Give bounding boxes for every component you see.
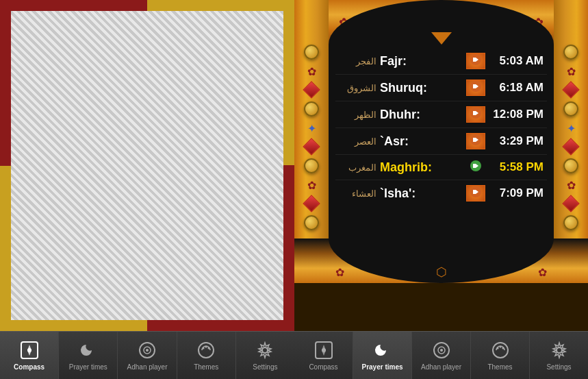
deg-10: 10 (157, 66, 163, 73)
prayer-row-isha[interactable]: العشاء `Isha': 7:09 PM (335, 180, 547, 206)
fajr-name: Fajr: (376, 54, 466, 69)
right-content-area: ✿ ❖ ✿ ✿ ✦ ✿ ✿ ✦ (294, 0, 588, 331)
settings-icon (256, 341, 274, 359)
fajr-sound-btn[interactable] (466, 53, 485, 69)
prayer-row-asr[interactable]: العصر `Asr: 3:29 PM (335, 128, 547, 155)
left-tab-compass-label: Compass (14, 363, 44, 371)
right-tab-adhan[interactable]: Adhan player (412, 332, 471, 379)
right-prayer-icon (372, 340, 393, 360)
ornament-star-1: ✦ (307, 122, 316, 135)
prayer-row-fajr[interactable]: الفجر Fajr: 5:03 AM (335, 48, 547, 75)
right-tab-themes-label: Themes (487, 363, 512, 371)
left-tab-themes-label: Themes (194, 363, 218, 371)
svg-point-13 (199, 343, 214, 358)
ornament-star-r1: ✦ (567, 122, 576, 135)
deg-300: 300 (66, 106, 75, 113)
moon-icon (79, 341, 97, 359)
settings-icon-right (550, 341, 568, 359)
sound-icon-fajr (470, 53, 482, 66)
svg-point-35 (440, 349, 443, 352)
ornament-r2 (563, 101, 578, 117)
left-tab-adhan[interactable]: Adhan player (118, 332, 177, 379)
themes-icon-right (491, 341, 509, 359)
shuruq-sound-btn[interactable] (466, 80, 485, 96)
ornament-flower-r1: ✿ (567, 65, 576, 78)
direction-ne: NE (119, 176, 132, 187)
right-tab-bar: Compass Prayer times Adhan player (294, 331, 588, 379)
right-panel: ✿ ❖ ✿ ✿ ✦ ✿ ✿ ✦ (294, 0, 588, 379)
svg-point-12 (146, 349, 149, 352)
adhan-icon-right (433, 341, 450, 359)
shuruq-name: Shuruq: (376, 81, 466, 95)
prayer-row-shuruq[interactable]: الشروق Shuruq: 6:18 AM (335, 75, 547, 101)
right-tab-settings-label: Settings (546, 363, 571, 371)
compass-rose: N S E W NE SE SW NW (102, 116, 192, 206)
ornament-2 (304, 101, 319, 117)
maghrib-sound-btn[interactable] (466, 160, 485, 175)
dhuhr-name: Dhuhr: (376, 108, 466, 122)
left-tab-compass[interactable]: Compass (0, 332, 59, 379)
svg-point-9 (27, 348, 31, 352)
sound-icon-asr (470, 134, 482, 146)
isha-time: 7:09 PM (485, 186, 544, 200)
compass-tab-icon (19, 340, 40, 360)
ornament-diamond-3 (303, 195, 320, 212)
bottom-ornate-row: ✿ ⬡ ✿ (329, 265, 554, 280)
dhuhr-arabic: الظهر (339, 110, 376, 120)
prayer-row-maghrib[interactable]: المغرب Maghrib: 5:58 PM (335, 155, 547, 180)
right-tab-compass-label: Compass (309, 363, 337, 371)
left-tab-settings-label: Settings (253, 363, 277, 371)
left-tab-bar: Compass Prayer times Adhan player (0, 331, 294, 379)
sound-icon-isha (470, 186, 482, 198)
shuruq-time: 6:18 AM (485, 81, 544, 95)
compass-inner-ring: N S E W NE SE SW NW (61, 75, 233, 247)
isha-name: `Isha': (376, 186, 466, 201)
right-settings-icon (549, 340, 570, 360)
top-ornate-border: ✿ ❖ ✿ (294, 0, 588, 45)
ornament-flower-r2: ✿ (567, 179, 576, 192)
isha-arabic: العشاء (339, 188, 376, 199)
deg-320: 320 (91, 81, 101, 88)
right-tab-prayer-times[interactable]: Prayer times (353, 332, 412, 379)
maghrib-name: Maghrib: (376, 160, 466, 175)
ornament-diamond-1 (303, 81, 320, 98)
settings-tab-icon (255, 340, 275, 360)
right-tab-prayer-label: Prayer times (361, 363, 402, 371)
ornament-flower-1: ✿ (307, 65, 316, 78)
prayer-row-dhuhr[interactable]: الظهر Dhuhr: 12:08 PM (335, 101, 547, 128)
dhuhr-sound-btn[interactable] (466, 106, 485, 123)
fajr-time: 5:03 AM (485, 54, 544, 68)
left-tab-prayer-times[interactable]: Prayer times (59, 332, 118, 379)
prayer-times-tab-icon (78, 340, 99, 360)
adhan-tab-icon (137, 340, 157, 360)
svg-point-15 (205, 346, 207, 348)
bottom-flower-right: ✿ (538, 266, 547, 279)
ornament-4 (304, 215, 319, 230)
ornament-r3 (563, 158, 578, 173)
left-tab-themes[interactable]: Themes (177, 332, 236, 379)
themes-icon (197, 341, 215, 359)
svg-point-36 (493, 343, 508, 358)
ornament-diamond-r1 (562, 81, 579, 98)
themes-tab-icon (196, 340, 216, 360)
ornament-diamond-2 (303, 138, 320, 155)
compass-outer-ring: 330 0 10 30 60 90 120 150 180 210 240 27… (38, 51, 257, 271)
right-tab-themes[interactable]: Themes (471, 332, 530, 379)
left-tab-settings[interactable]: Settings (236, 332, 294, 379)
isha-sound-btn[interactable] (466, 185, 485, 201)
sound-icon-shuruq (470, 80, 482, 93)
left-tab-prayer-label: Prayer times (69, 363, 107, 371)
asr-sound-btn[interactable] (466, 133, 485, 149)
shuruq-arabic: الشروق (339, 83, 376, 93)
right-tab-settings[interactable]: Settings (530, 332, 588, 379)
svg-point-38 (499, 346, 501, 348)
fajr-arabic: الفجر (339, 56, 376, 66)
ornament-3 (304, 158, 319, 173)
bottom-ornate-border: ✿ ⬡ ✿ (294, 239, 588, 283)
right-tab-compass[interactable]: Compass (294, 332, 353, 379)
moon-icon-right (374, 341, 392, 359)
svg-point-39 (502, 347, 504, 350)
direction-w: W (143, 154, 156, 169)
right-themes-icon (490, 340, 511, 360)
right-compass-icon (314, 340, 334, 360)
